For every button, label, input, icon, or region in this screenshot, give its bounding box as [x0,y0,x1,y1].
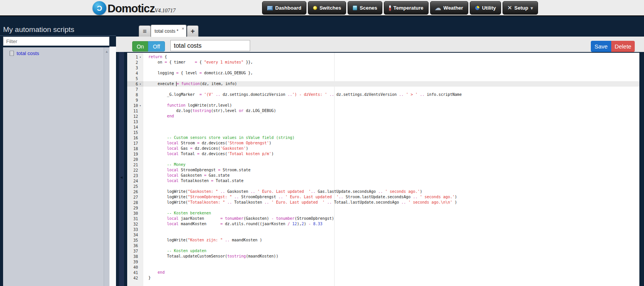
code-line-25[interactable] [148,184,639,189]
code-token [148,152,167,156]
list-scrollbar[interactable]: ▲ [104,47,109,286]
code-line-4[interactable]: logging = { level = domoticz.LOG_DEBUG }… [148,70,639,76]
code-line-11[interactable]: dz.log(tostring(str),level or dz.LOG_DEB… [148,108,639,114]
save-button[interactable]: Save [591,41,611,52]
nav-label: Scenes [360,5,377,11]
code-editor[interactable]: 1▾23456▾78910▾11121314151617181920212223… [127,53,639,286]
code-line-27[interactable]: logWrite("StroomOpbrengst: " .. StroomOp… [148,194,639,200]
code-line-17[interactable]: local Stroom = dz.devices('Stroom Opbren… [148,140,639,146]
collapse-chevron-icon[interactable]: ◄ [119,175,123,179]
code-token: ) [269,141,271,145]
code-token: '(V' [204,92,214,97]
line-number: 3 [127,66,138,70]
code-token: Totaal [178,152,197,156]
code-line-18[interactable]: local Gas = dz.devices('Gaskosten') [148,146,639,151]
code-token: (dz, item, info) [200,82,237,86]
code-token: 'Gaskosten' [220,146,246,151]
code-token: dz.devices( [199,141,227,145]
close-icon[interactable]: × [182,26,184,31]
code-line-15[interactable] [148,130,639,135]
list-item[interactable]: total costs [3,47,109,56]
code-line-10[interactable]: function logWrite(str,level) [148,103,639,108]
gutter-line-40: 40 [127,264,143,270]
code-line-13[interactable] [148,119,639,124]
gutter-line-28: 28 [127,200,143,205]
code-line-40[interactable] [148,264,639,270]
nav-label: Weather [444,5,463,11]
code-line-39[interactable] [148,259,639,264]
code-line-38[interactable]: Totaal.updateCustomSensor(tostring(maand… [148,254,639,259]
filter-input[interactable] [3,37,109,46]
code-line-29[interactable] [148,205,639,211]
code-line-6[interactable]: execute = function(dz, item, info) [143,81,639,87]
code-line-1[interactable]: return { [148,54,639,60]
nav-label: Temperature [393,5,424,11]
nav-temperature-button[interactable]: Temperature [384,1,429,15]
nav-dashboard-button[interactable]: Dashboard [262,1,306,15]
code-line-2[interactable]: on = { timer = { "every 1 minutes" }}, [148,60,639,65]
code-line-8[interactable]: _G.logMarker = '(V' .. dz.settings.domot… [148,92,639,97]
gutter-line-8: 8 [127,92,143,97]
code-line-33[interactable] [148,227,639,232]
line-number: 17 [127,141,138,146]
code-line-12[interactable]: end [148,114,639,119]
code-line-14[interactable] [148,124,639,130]
fold-arrow-icon[interactable]: ▾ [138,82,143,86]
code-line-3[interactable] [148,65,639,70]
add-tab-button[interactable]: + [187,25,198,37]
code-line-26[interactable]: logWrite("Gaskosten: " .. Gaskosten .. '… [148,189,639,194]
gutter-line-30: 30 [127,211,143,216]
nav-switches-button[interactable]: Switches [308,1,346,15]
gutter-line-42: 42 [127,275,143,281]
nav-setup-button[interactable]: Setup [503,1,538,15]
code-line-16[interactable]: -- Custom sensors store values in sValue… [148,135,639,140]
tab-list-menu[interactable]: ≡ [139,25,151,37]
code-line-37[interactable]: -- Kosten updaten [148,248,639,254]
code-line-32[interactable]: local maandKosten = dz.utils.round((jaar… [148,221,639,227]
fold-arrow-icon[interactable]: ▾ [138,55,143,59]
off-button[interactable]: Off [148,41,165,52]
code-line-41[interactable]: end [148,270,639,275]
gutter-line-27: 27 [127,194,143,200]
panel-splitter[interactable]: ◄ [119,51,124,286]
nav-utility-button[interactable]: Utility [470,1,501,15]
nav-weather-button[interactable]: Weather [430,1,468,15]
line-number: 31 [127,217,138,221]
delete-button[interactable]: Delete [611,41,635,52]
tab-label: total costs * [155,28,178,34]
line-number: 5 [127,77,138,81]
gutter-line-29: 29 [127,205,143,211]
fold-arrow-icon[interactable]: ▾ [138,104,143,107]
code-token: local [167,173,178,177]
line-number: 21 [127,163,138,167]
code-line-24[interactable]: local Totaalkosten = Totaal.state [148,178,639,184]
line-number: 37 [127,249,138,253]
code-line-36[interactable] [148,243,639,248]
line-number: 22 [127,168,138,172]
gutter-line-22: 22 [127,167,143,173]
code-line-9[interactable] [148,97,639,103]
editor-code[interactable]: return { on = { timer = { "every 1 minut… [143,53,639,286]
code-line-31[interactable]: local jaarKosten = tonumber(Gaskosten) -… [148,216,639,221]
code-line-19[interactable]: local Totaal = dz.devices('Totaal kosten… [148,151,639,157]
code-line-21[interactable]: -- Money [148,162,639,167]
scroll-up-arrow[interactable]: ▲ [104,47,109,54]
nav-scenes-button[interactable]: Scenes [348,1,382,15]
code-line-23[interactable]: local Gaskosten = Gas.state [148,173,639,178]
code-line-5[interactable] [148,76,639,81]
on-button[interactable]: On [132,41,148,52]
script-name-input[interactable] [170,40,250,51]
code-line-30[interactable]: -- Kosten berekenen [148,211,639,216]
code-line-7[interactable] [148,87,639,92]
code-line-42[interactable]: } [148,275,639,281]
code-token: dz.log( [148,109,192,113]
code-line-22[interactable]: local StroomOpbrengst = Stroom.state [148,167,639,173]
code-line-20[interactable] [148,157,639,162]
code-token: ), [297,222,301,226]
code-line-35[interactable]: logWrite("Kosten zijn: " .. maandKosten … [148,237,639,243]
tab-total-costs[interactable]: total costs * × [151,25,187,37]
code-token: info.scriptName [425,92,462,97]
gutter-line-19: 19 [127,151,143,157]
code-line-28[interactable]: logWrite("Totaalkosten: " .. Totaalkoste… [148,200,639,205]
code-line-34[interactable] [148,232,639,237]
